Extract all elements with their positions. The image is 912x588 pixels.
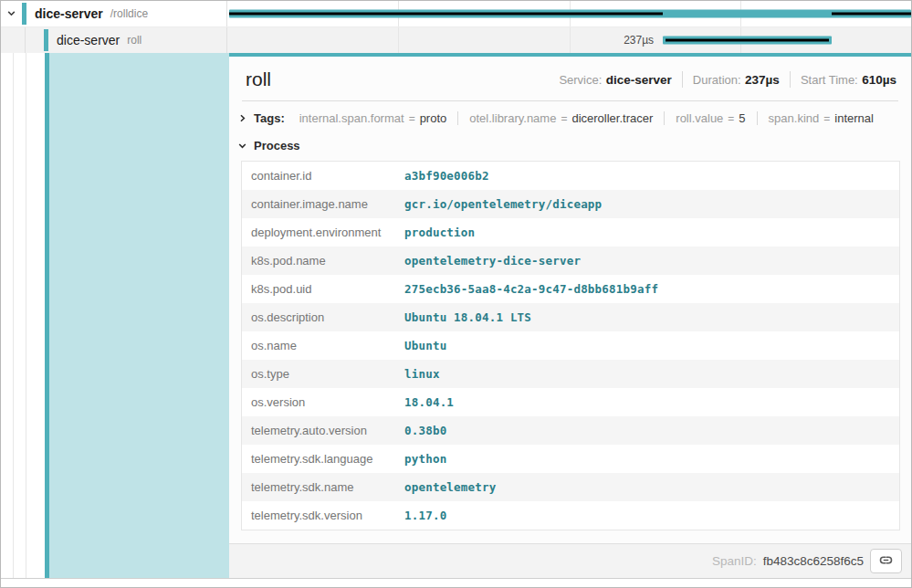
tree-indent-guide xyxy=(13,53,14,578)
attribute-value: opentelemetry-dice-server xyxy=(395,247,899,275)
attribute-value: linux xyxy=(395,360,899,388)
tag-value: diceroller.tracer xyxy=(571,111,653,125)
detail-left-gutter xyxy=(1,53,229,578)
span-detail-card: roll Service: dice-server Duration: 237µ… xyxy=(229,53,911,578)
process-attribute-row: container.image.name gcr.io/opentelemetr… xyxy=(242,190,899,218)
tag-value: proto xyxy=(420,111,447,125)
tag-summary-item: internal.span.format=proto xyxy=(288,111,458,125)
spanid-label: SpanID: xyxy=(712,554,757,568)
attribute-value: 18.04.1 xyxy=(395,388,899,416)
tag-key: internal.span.format xyxy=(299,111,404,125)
process-attribute-row: telemetry.auto.version 0.38b0 xyxy=(242,416,899,445)
process-attribute-row: k8s.pod.name opentelemetry-dice-server xyxy=(242,247,899,275)
attribute-value: Ubuntu 18.04.1 LTS xyxy=(395,303,899,331)
span-duration-label: 237µs xyxy=(624,34,654,47)
span-detail-footer: SpanID: fb483c8c6258f6c5 xyxy=(229,543,911,578)
process-attribute-row: os.version 18.04.1 xyxy=(242,388,899,416)
process-attribute-row: deployment.environment production xyxy=(242,218,899,247)
overview-stat-label: Start Time: xyxy=(801,73,858,87)
tag-value: internal xyxy=(834,111,874,125)
overview-stat: Duration: 237µs xyxy=(682,71,790,88)
overview-stat-label: Duration: xyxy=(693,73,741,87)
span-detail-row: roll Service: dice-server Duration: 237µ… xyxy=(1,53,911,578)
attribute-value: 1.17.0 xyxy=(395,501,899,530)
process-section-label: Process xyxy=(254,139,300,152)
process-attribute-row: os.description Ubuntu 18.04.1 LTS xyxy=(242,303,899,331)
span-row-rolldice[interactable]: dice-server /rolldice xyxy=(1,1,911,27)
tags-section-label: Tags: xyxy=(254,111,285,125)
span-bar-stripe xyxy=(666,39,829,42)
attribute-key: telemetry.sdk.name xyxy=(242,473,395,501)
attribute-value: a3bf90e006b2 xyxy=(395,162,899,190)
tag-equals-sign: = xyxy=(823,112,830,125)
copy-span-link-button[interactable] xyxy=(870,549,902,573)
span-color-bar xyxy=(22,3,26,25)
collapse-children-button[interactable] xyxy=(6,7,16,21)
attribute-value: opentelemetry xyxy=(395,473,899,501)
selected-span-highlight xyxy=(49,53,229,578)
span-overview-stats: Service: dice-server Duration: 237µs Sta… xyxy=(549,71,896,88)
attribute-key: telemetry.auto.version xyxy=(242,416,395,445)
attribute-key: k8s.pod.name xyxy=(242,247,395,275)
span-color-bar xyxy=(44,29,48,51)
tag-key: span.kind xyxy=(769,111,820,125)
overview-stat: Start Time: 610µs xyxy=(790,71,896,88)
tag-key: roll.value xyxy=(676,111,723,125)
process-attributes-table: container.id a3bf90e006b2 container.imag… xyxy=(241,161,900,530)
attribute-value: 275ecb36-5aa8-4c2a-9c47-d8bb681b9aff xyxy=(395,275,899,303)
process-attribute-row: container.id a3bf90e006b2 xyxy=(242,162,899,190)
chevron-down-icon xyxy=(6,7,16,21)
spanid-value: fb483c8c6258f6c5 xyxy=(763,554,864,568)
overview-stat-value: 610µs xyxy=(862,73,896,87)
overview-stat-value: 237µs xyxy=(745,73,780,87)
process-attribute-row: telemetry.sdk.language python xyxy=(242,445,899,473)
span-bar-roll[interactable] xyxy=(663,37,832,45)
tag-key: otel.library.name xyxy=(469,111,556,125)
attribute-key: deployment.environment xyxy=(242,218,395,247)
timeline-area[interactable] xyxy=(227,1,911,26)
timeline-gridline xyxy=(570,27,571,53)
tree-indent-guide xyxy=(1,27,26,53)
child-span-marker xyxy=(832,13,911,16)
span-name-column[interactable]: dice-server /rolldice xyxy=(1,1,227,26)
operation-name: roll xyxy=(127,34,142,47)
span-row-roll-selected[interactable]: dice-server roll 237µs xyxy=(1,27,911,53)
attribute-key: os.type xyxy=(242,360,395,388)
span-detail-header: roll Service: dice-server Duration: 237µ… xyxy=(242,57,898,101)
service-name: dice-server xyxy=(57,33,120,47)
span-operation-title: roll xyxy=(246,68,271,90)
attribute-value: 0.38b0 xyxy=(395,416,899,445)
chevron-right-icon xyxy=(237,113,247,123)
attribute-key: os.version xyxy=(242,388,395,416)
attribute-value: gcr.io/opentelemetry/diceapp xyxy=(395,190,899,218)
jaeger-trace-timeline-view: dice-server /rolldice dice-server roll 2… xyxy=(0,0,912,588)
tag-equals-sign: = xyxy=(409,112,415,125)
process-attribute-row: os.name Ubuntu xyxy=(242,331,899,360)
tags-summary-list: internal.span.format=proto otel.library.… xyxy=(288,111,885,125)
attribute-key: os.description xyxy=(242,303,395,331)
span-name-column[interactable]: dice-server roll xyxy=(1,27,227,53)
process-attribute-row: telemetry.sdk.name opentelemetry xyxy=(242,473,899,501)
overview-stat-value: dice-server xyxy=(606,73,672,87)
tag-value: 5 xyxy=(739,111,745,125)
service-name: dice-server xyxy=(35,6,103,21)
attribute-value: Ubuntu xyxy=(395,331,899,360)
process-attribute-row: telemetry.sdk.version 1.17.0 xyxy=(242,501,899,530)
process-section-header[interactable]: Process xyxy=(229,131,911,158)
attribute-key: os.name xyxy=(242,331,395,360)
overview-stat: Service: dice-server xyxy=(549,71,681,88)
timeline-area[interactable]: 237µs xyxy=(227,27,911,53)
attribute-key: telemetry.sdk.version xyxy=(242,501,395,530)
tag-summary-item: roll.value=5 xyxy=(664,111,756,125)
bottom-spacer xyxy=(1,578,911,587)
attribute-key: container.id xyxy=(242,162,395,190)
span-bar-rolldice[interactable] xyxy=(229,10,911,18)
tree-indent-guide xyxy=(26,53,26,578)
timeline-gridline xyxy=(398,27,399,53)
tags-section-header[interactable]: Tags: internal.span.format=proto otel.li… xyxy=(229,101,911,131)
overview-stat-label: Service: xyxy=(559,73,602,87)
tag-summary-item: span.kind=internal xyxy=(757,111,885,125)
operation-name: /rolldice xyxy=(110,7,148,20)
attribute-key: telemetry.sdk.language xyxy=(242,445,395,473)
attribute-key: k8s.pod.uid xyxy=(242,275,395,303)
